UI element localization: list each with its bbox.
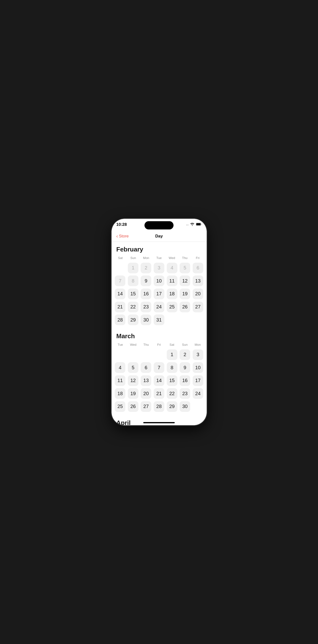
back-button[interactable]: ‹ Store — [116, 234, 129, 239]
april-title: April — [114, 415, 204, 425]
march-headers: Tue Wed Thu Fri Sat Sun Mon — [114, 342, 204, 348]
feb-day-8[interactable]: 8 — [127, 275, 139, 287]
mar-header-mon: Mon — [191, 342, 204, 348]
feb-day-11[interactable]: 11 — [166, 275, 178, 287]
mar-day-2[interactable]: 2 — [179, 348, 191, 361]
mar-day-15[interactable]: 15 — [166, 374, 178, 387]
mar-day-9[interactable]: 9 — [179, 361, 191, 374]
feb-day-26[interactable]: 26 — [179, 301, 191, 313]
feb-day-31[interactable]: 31 — [153, 314, 165, 326]
mar-day-21[interactable]: 21 — [153, 388, 165, 400]
feb-day-29[interactable]: 29 — [127, 314, 139, 326]
mar-day-26[interactable]: 26 — [127, 400, 139, 413]
dots-icon: ··· — [186, 223, 189, 226]
mar-day-16[interactable]: 16 — [179, 374, 191, 387]
mar-empty-5 — [192, 400, 204, 413]
feb-day-10[interactable]: 10 — [153, 275, 165, 287]
feb-header-sat: Sat — [114, 255, 127, 261]
mar-day-25[interactable]: 25 — [114, 400, 127, 413]
mar-day-8[interactable]: 8 — [166, 361, 178, 374]
feb-header-fri: Fri — [191, 255, 204, 261]
feb-day-16[interactable]: 16 — [140, 288, 152, 300]
calendar-scroll: February Sat Sun Mon Tue Wed Thu Fri 1 — [112, 242, 207, 425]
feb-day-4[interactable]: 4 — [166, 262, 178, 274]
mar-day-5[interactable]: 5 — [127, 361, 139, 374]
mar-header-thu: Thu — [140, 342, 152, 348]
mar-day-20[interactable]: 20 — [140, 388, 152, 400]
mar-day-4[interactable]: 4 — [114, 361, 127, 374]
feb-day-23[interactable]: 23 — [140, 301, 152, 313]
feb-day-22[interactable]: 22 — [127, 301, 139, 313]
mar-day-14[interactable]: 14 — [153, 374, 165, 387]
mar-empty-4 — [153, 348, 165, 361]
mar-day-27[interactable]: 27 — [140, 400, 152, 413]
mar-day-28[interactable]: 28 — [153, 400, 165, 413]
phone-screen: 10:28 ··· — [112, 219, 207, 425]
mar-day-12[interactable]: 12 — [127, 374, 139, 387]
mar-day-29[interactable]: 29 — [166, 400, 178, 413]
mar-day-19[interactable]: 19 — [127, 388, 139, 400]
feb-header-tue: Tue — [152, 255, 165, 261]
feb-day-1[interactable]: 1 — [127, 262, 139, 274]
february-headers: Sat Sun Mon Tue Wed Thu Fri — [114, 255, 204, 261]
feb-day-28[interactable]: 28 — [114, 314, 127, 326]
mar-day-1[interactable]: 1 — [166, 348, 178, 361]
february-grid: 1 2 3 4 5 6 7 8 9 10 11 12 13 — [114, 262, 204, 326]
mar-day-24[interactable]: 24 — [192, 388, 204, 400]
mar-empty-3 — [140, 348, 152, 361]
mar-header-fri: Fri — [152, 342, 165, 348]
back-chevron-icon: ‹ — [116, 233, 118, 239]
feb-day-25[interactable]: 25 — [166, 301, 178, 313]
feb-header-wed: Wed — [166, 255, 178, 261]
feb-empty-3 — [179, 314, 191, 326]
status-bar: 10:28 ··· — [112, 219, 207, 231]
feb-day-9[interactable]: 9 — [140, 275, 152, 287]
feb-day-14[interactable]: 14 — [114, 288, 127, 300]
feb-day-30[interactable]: 30 — [140, 314, 152, 326]
mar-day-10[interactable]: 10 — [192, 361, 204, 374]
mar-day-17[interactable]: 17 — [192, 374, 204, 387]
april-section: April — [114, 415, 204, 425]
feb-day-21[interactable]: 21 — [114, 301, 127, 313]
content-area[interactable]: ‹ Store Day February Sat Sun Mon Tue Wed… — [112, 231, 207, 425]
back-label: Store — [119, 234, 129, 239]
wifi-icon — [190, 223, 194, 226]
feb-day-19[interactable]: 19 — [179, 288, 191, 300]
mar-day-3[interactable]: 3 — [192, 348, 204, 361]
mar-day-30[interactable]: 30 — [179, 400, 191, 413]
home-indicator — [143, 422, 175, 423]
feb-day-18[interactable]: 18 — [166, 288, 178, 300]
mar-day-18[interactable]: 18 — [114, 388, 127, 400]
feb-day-13[interactable]: 13 — [192, 275, 204, 287]
feb-day-15[interactable]: 15 — [127, 288, 139, 300]
mar-header-sun: Sun — [178, 342, 191, 348]
mar-day-7[interactable]: 7 — [153, 361, 165, 374]
mar-day-13[interactable]: 13 — [140, 374, 152, 387]
feb-header-mon: Mon — [140, 255, 152, 261]
feb-day-12[interactable]: 12 — [179, 275, 191, 287]
mar-day-22[interactable]: 22 — [166, 388, 178, 400]
march-grid: 1 2 3 4 5 6 7 8 9 10 11 12 13 — [114, 348, 204, 413]
feb-day-2[interactable]: 2 — [140, 262, 152, 274]
mar-day-23[interactable]: 23 — [179, 388, 191, 400]
feb-header-sun: Sun — [127, 255, 140, 261]
status-time: 10:28 — [116, 222, 127, 227]
feb-day-5[interactable]: 5 — [179, 262, 191, 274]
mar-empty-1 — [114, 348, 127, 361]
mar-day-11[interactable]: 11 — [114, 374, 127, 387]
mar-header-wed: Wed — [127, 342, 140, 348]
feb-day-3[interactable]: 3 — [153, 262, 165, 274]
feb-empty-4 — [192, 314, 204, 326]
feb-day-27[interactable]: 27 — [192, 301, 204, 313]
dynamic-island — [144, 221, 174, 230]
feb-day-6[interactable]: 6 — [192, 262, 204, 274]
feb-day-24[interactable]: 24 — [153, 301, 165, 313]
march-title: March — [114, 328, 204, 342]
battery-icon — [196, 223, 202, 226]
feb-day-17[interactable]: 17 — [153, 288, 165, 300]
feb-day-7[interactable]: 7 — [114, 275, 127, 287]
mar-day-6[interactable]: 6 — [140, 361, 152, 374]
mar-header-sat: Sat — [166, 342, 178, 348]
feb-day-20[interactable]: 20 — [192, 288, 204, 300]
nav-title: Day — [155, 234, 163, 239]
